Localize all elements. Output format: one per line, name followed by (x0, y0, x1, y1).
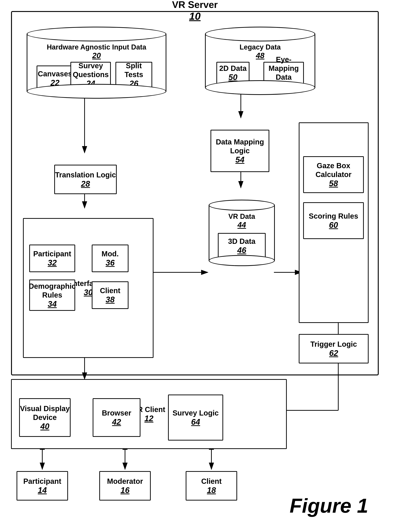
vr-client-box: VR Client 12 Visual Display Device 40 Br… (11, 379, 287, 449)
page: VR Server 10 Hardware Agnostic Input Dat… (0, 0, 405, 532)
browser-num: 42 (112, 417, 121, 427)
data-mapping-num: 54 (236, 155, 244, 164)
client-if-label: Client (100, 286, 120, 295)
client-bottom-box: Client 18 (186, 471, 237, 501)
data-processing-box: Data Processing Logic 56 Gaze Box Calcul… (299, 122, 369, 323)
vr-server-box: VR Server 10 Hardware Agnostic Input Dat… (11, 11, 379, 375)
vr-server-label: VR Server (12, 0, 378, 10)
survey-logic-box: Survey Logic 64 (168, 394, 223, 441)
two-d-num: 50 (229, 73, 237, 82)
moderator-num: 16 (121, 486, 130, 495)
browser-label: Browser (102, 408, 131, 417)
demographic-rules-label: Demographic Rules (29, 282, 76, 299)
survey-questions-label: Survey Questions (71, 61, 110, 79)
moderator-label: Moderator (107, 477, 143, 486)
vr-data-label: VR Data (211, 213, 272, 221)
scoring-rules-label: Scoring Rules (309, 212, 358, 221)
data-mapping-label: Data Mapping Logic (211, 138, 269, 155)
three-d-num: 46 (237, 246, 246, 255)
interfaces-box: Interfaces 30 Participant 32 Demographic… (23, 218, 154, 358)
vr-data-num: 44 (211, 221, 272, 229)
client-bottom-num: 18 (207, 486, 216, 495)
canvases-label: Canvases (38, 69, 72, 78)
three-d-data-box: 3D Data 46 (218, 233, 266, 259)
demographic-rules-num: 34 (48, 299, 57, 309)
demographic-rules-box: Demographic Rules 34 (29, 280, 75, 311)
split-tests-label: Split Tests (116, 61, 151, 79)
participant-if-label: Participant (33, 249, 71, 258)
trigger-logic-box: Trigger Logic 62 (299, 334, 369, 363)
participant-bottom-num: 14 (38, 486, 47, 495)
hardware-db-num: 20 (27, 51, 166, 60)
survey-logic-label: Survey Logic (172, 408, 219, 417)
browser-box: Browser 42 (93, 398, 141, 437)
translation-logic-num: 28 (81, 179, 90, 188)
data-mapping-box: Data Mapping Logic 54 (210, 130, 269, 172)
participant-bottom-box: Participant 14 (17, 471, 68, 501)
mod-label: Mod. (101, 249, 119, 258)
hardware-db-label: Hardware Agnostic Input Data (27, 43, 166, 51)
split-tests-box: Split Tests 26 (115, 62, 152, 88)
trigger-logic-label: Trigger Logic (310, 340, 357, 349)
mod-num: 36 (106, 258, 115, 267)
visual-display-num: 40 (40, 422, 49, 431)
visual-display-box: Visual Display Device 40 (19, 398, 71, 437)
survey-questions-box: Survey Questions 24 (70, 62, 111, 88)
trigger-logic-num: 62 (329, 349, 338, 358)
gaze-box-box: Gaze Box Calculator 58 (303, 156, 364, 193)
scoring-rules-num: 60 (329, 221, 338, 230)
two-d-label: 2D Data (219, 64, 247, 73)
moderator-box: Moderator 16 (99, 471, 151, 501)
legacy-db-label: Legacy Data (206, 43, 315, 51)
figure-label: Figure 1 (290, 494, 368, 517)
survey-logic-num: 64 (191, 417, 200, 427)
visual-display-label: Visual Display Device (20, 404, 70, 422)
mod-box: Mod. 36 (92, 245, 128, 272)
participant-if-num: 32 (48, 258, 57, 267)
participant-if-box: Participant 32 (29, 245, 75, 272)
scoring-rules-box: Scoring Rules 60 (303, 202, 364, 239)
translation-logic-label: Translation Logic (55, 170, 116, 179)
gaze-box-label: Gaze Box Calculator (304, 161, 363, 179)
eye-mapping-label: Eye-Mapping Data (264, 55, 303, 82)
client-if-box: Client 38 (92, 281, 128, 309)
participant-bottom-label: Participant (23, 477, 61, 486)
three-d-label: 3D Data (228, 237, 256, 246)
translation-logic-box: Translation Logic 28 (54, 165, 117, 194)
legacy-db: Legacy Data 48 2D Data 50 Eye-Mapping Da… (205, 27, 315, 95)
vr-data-cylinder: VR Data 44 3D Data 46 (209, 200, 275, 266)
client-bottom-label: Client (201, 477, 222, 486)
hardware-db: Hardware Agnostic Input Data 20 Canvases… (27, 27, 166, 99)
vr-server-num: 10 (12, 10, 378, 22)
gaze-box-num: 58 (329, 179, 338, 188)
client-if-num: 38 (106, 295, 115, 304)
